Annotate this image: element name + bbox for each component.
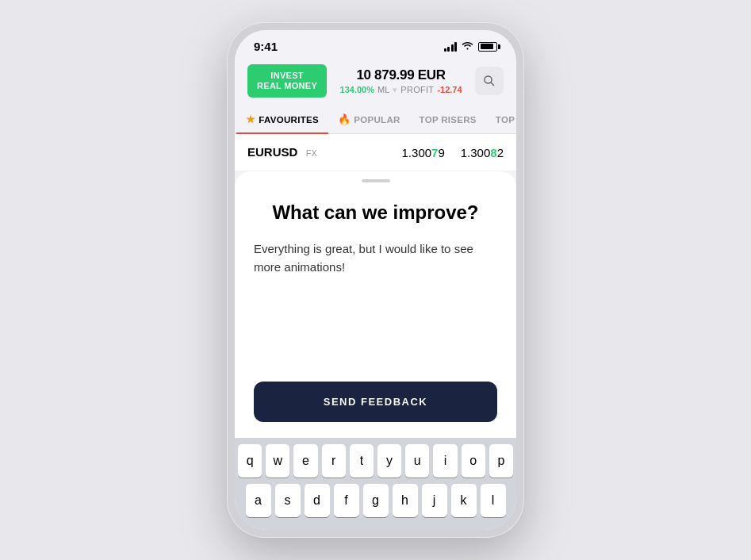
market-symbol-group: EURUSD FX bbox=[247, 145, 317, 159]
key-f[interactable]: f bbox=[334, 484, 359, 517]
key-i[interactable]: i bbox=[433, 444, 457, 478]
changed-digit-2: 8 bbox=[490, 146, 496, 159]
key-q[interactable]: q bbox=[238, 444, 262, 478]
battery-icon bbox=[478, 42, 497, 52]
sheet-content: What can we improve? Everything is great… bbox=[235, 182, 516, 438]
profit-label: PROFIT bbox=[400, 85, 434, 94]
key-h[interactable]: h bbox=[393, 484, 418, 517]
status-bar: 9:41 bbox=[235, 30, 516, 58]
account-info: 10 879.99 EUR 134.00% ML ▾ PROFIT -12.74 bbox=[335, 67, 467, 95]
keyboard-row-1: q w e r t y u i o p bbox=[238, 444, 513, 478]
invest-button[interactable]: INVEST REAL MONEY bbox=[247, 64, 327, 98]
tab-popular[interactable]: 🔥 POPULAR bbox=[328, 105, 410, 133]
key-s[interactable]: s bbox=[275, 484, 301, 517]
star-icon: ★ bbox=[246, 113, 255, 125]
status-time: 9:41 bbox=[254, 40, 278, 53]
key-r[interactable]: r bbox=[322, 444, 346, 478]
key-l[interactable]: l bbox=[481, 484, 506, 517]
changed-digit-1: 7 bbox=[431, 146, 438, 159]
tab-top-fallers[interactable]: TOP FALLERS bbox=[486, 105, 516, 133]
key-g[interactable]: g bbox=[363, 484, 389, 517]
account-percent: 134.00% bbox=[340, 85, 374, 94]
key-y[interactable]: y bbox=[377, 444, 401, 478]
key-d[interactable]: d bbox=[305, 484, 330, 517]
key-k[interactable]: k bbox=[451, 484, 477, 517]
sheet-title: What can we improve? bbox=[254, 201, 497, 224]
keyboard-row-2: a s d f g h j k l bbox=[238, 484, 513, 517]
fire-icon: 🔥 bbox=[338, 113, 351, 125]
tab-favourites[interactable]: ★ FAVOURITES bbox=[236, 105, 328, 133]
key-j[interactable]: j bbox=[422, 484, 447, 517]
feedback-textarea[interactable]: Everything is great, but I would like to… bbox=[254, 240, 497, 369]
market-price-2: 1.30082 bbox=[461, 146, 504, 159]
bottom-sheet: What can we improve? Everything is great… bbox=[235, 171, 516, 438]
send-feedback-button[interactable]: SEND FEEDBACK bbox=[254, 382, 497, 422]
wifi-icon bbox=[462, 41, 473, 52]
key-o[interactable]: o bbox=[462, 444, 485, 478]
key-e[interactable]: e bbox=[293, 444, 317, 478]
tab-top-fallers-label: TOP FALLERS bbox=[496, 115, 516, 125]
keyboard: q w e r t y u i o p a s d f g h j k l bbox=[235, 438, 516, 530]
svg-point-0 bbox=[485, 76, 492, 83]
market-prices: 1.30079 1.30082 bbox=[402, 146, 504, 159]
phone-screen: 9:41 bbox=[235, 30, 516, 530]
account-ml: ML bbox=[377, 85, 389, 94]
signal-icon bbox=[444, 42, 458, 52]
account-details: 134.00% ML ▾ PROFIT -12.74 bbox=[335, 85, 467, 95]
search-icon bbox=[483, 75, 496, 87]
tab-top-risers[interactable]: TOP RISERS bbox=[410, 105, 486, 133]
profit-value: -12.74 bbox=[437, 85, 462, 94]
tab-popular-label: POPULAR bbox=[354, 115, 400, 125]
tab-top-risers-label: TOP RISERS bbox=[420, 115, 477, 125]
tab-favourites-label: FAVOURITES bbox=[259, 115, 319, 125]
tab-bar: ★ FAVOURITES 🔥 POPULAR TOP RISERS TOP FA… bbox=[235, 105, 516, 134]
status-icons bbox=[444, 41, 498, 52]
app-header: INVEST REAL MONEY 10 879.99 EUR 134.00% … bbox=[235, 58, 516, 105]
search-button[interactable] bbox=[475, 67, 504, 95]
key-t[interactable]: t bbox=[350, 444, 374, 478]
key-p[interactable]: p bbox=[489, 444, 513, 478]
key-u[interactable]: u bbox=[405, 444, 429, 478]
market-price-1: 1.30079 bbox=[402, 146, 445, 159]
svg-line-1 bbox=[491, 82, 494, 86]
phone-frame: 9:41 bbox=[227, 22, 524, 538]
market-symbol: EURUSD bbox=[247, 145, 297, 159]
key-a[interactable]: a bbox=[246, 484, 271, 517]
market-type: FX bbox=[306, 148, 317, 158]
market-row[interactable]: EURUSD FX 1.30079 1.30082 bbox=[235, 134, 516, 171]
account-balance: 10 879.99 EUR bbox=[335, 67, 467, 83]
key-w[interactable]: w bbox=[266, 444, 289, 478]
